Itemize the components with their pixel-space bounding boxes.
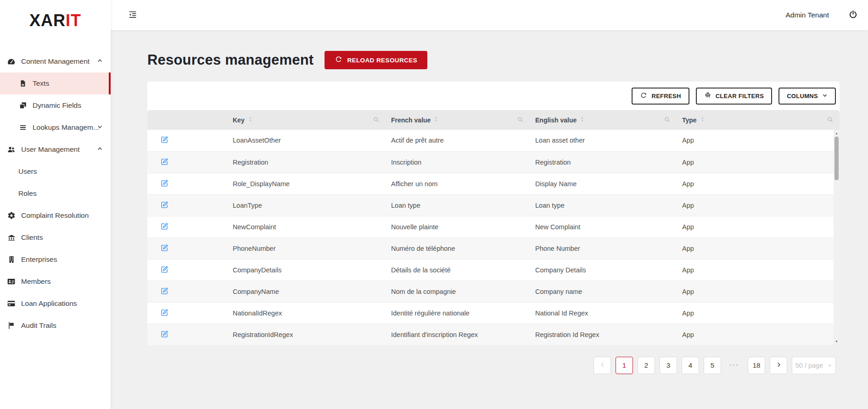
sidebar-item-content-management[interactable]: Content Management (0, 50, 111, 72)
clear-filters-button[interactable]: CLEAR FILTERS (696, 88, 773, 105)
table-row: CompanyName Nom de la compagnie Company … (147, 281, 840, 302)
sidebar-item-label: Lookups Managem... (33, 123, 99, 132)
cell-key: LoanType (227, 194, 386, 216)
edit-row-button[interactable] (153, 157, 169, 166)
cell-type: App (677, 130, 840, 151)
search-filter-icon[interactable] (826, 116, 834, 125)
sidebar-item-label: Complaint Resolution (21, 211, 89, 220)
sidebar-item-members[interactable]: Members (0, 271, 111, 293)
edit-row-button[interactable] (153, 308, 169, 317)
sidebar-item-user-management[interactable]: User Management (0, 138, 111, 160)
sidebar-nav: Content Management w Texts Dynamic Field… (0, 50, 111, 337)
page-button-3[interactable]: 3 (660, 357, 677, 374)
chevron-up-icon (97, 57, 103, 66)
sidebar-item-enterprises[interactable]: Enterprises (0, 249, 111, 271)
columns-button[interactable]: COLUMNS (778, 88, 836, 105)
search-filter-icon[interactable] (663, 116, 671, 125)
cell-french-value: Identité régulière nationale (386, 302, 530, 324)
cell-english-value: New Complaint (530, 216, 677, 238)
file-word-icon: w (18, 79, 27, 88)
page-button-2[interactable]: 2 (638, 357, 655, 374)
table-row: LoanAssetOther Actif de prêt autre Loan … (147, 130, 840, 151)
sidebar-item-lookups-management[interactable]: Lookups Managem... (0, 116, 111, 138)
table-zone: Key French value English value (147, 110, 840, 346)
sidebar-item-texts[interactable]: w Texts (0, 72, 111, 94)
sidebar-item-complaint-resolution[interactable]: Complaint Resolution (0, 204, 111, 227)
page-button-4[interactable]: 4 (682, 357, 699, 374)
cell-type: App (677, 173, 840, 194)
search-filter-icon[interactable] (372, 116, 380, 125)
cell-type: App (677, 259, 840, 281)
edit-row-button[interactable] (153, 330, 169, 338)
resources-card: REFRESH CLEAR FILTERS COLUMNS (147, 82, 840, 346)
edit-row-button[interactable] (153, 265, 169, 274)
column-label: French value (391, 116, 431, 124)
cell-key: CompanyDetails (227, 259, 386, 281)
vertical-scrollbar[interactable]: ▲ ▼ (834, 130, 840, 345)
cell-key: RegistrationIdRegex (227, 324, 386, 345)
edit-row-button[interactable] (153, 287, 169, 295)
edit-row-button[interactable] (153, 135, 169, 144)
dashboard-gauge-icon (7, 57, 16, 66)
cell-type: App (677, 194, 840, 216)
chevron-down-icon (97, 123, 103, 132)
edit-row-button[interactable] (153, 179, 169, 188)
logout-button[interactable] (848, 10, 858, 21)
cell-french-value: Loan type (386, 194, 530, 216)
cell-key: Registration (227, 151, 386, 173)
page-size-label: 50 / page (795, 362, 823, 369)
cell-english-value: National Id Regex (530, 302, 677, 324)
cell-french-value: Afficher un nom (386, 173, 530, 194)
power-icon (848, 10, 858, 21)
chevron-right-icon (776, 361, 782, 369)
column-label: Key (233, 116, 245, 124)
sidebar-item-audit-trails[interactable]: Audit Trails (0, 315, 111, 337)
sidebar-item-users[interactable]: Users (0, 160, 111, 182)
id-card-icon (7, 277, 16, 286)
page-size-select[interactable]: 50 / page (792, 357, 836, 374)
cell-type: App (677, 216, 840, 238)
sidebar-item-clients[interactable]: Clients (0, 227, 111, 249)
table-row: RegistrationIdRegex Identifiant d'inscri… (147, 324, 840, 345)
search-filter-icon[interactable] (516, 116, 524, 125)
table-row: NationalIdRegex Identité régulière natio… (147, 302, 840, 324)
column-header-english-value[interactable]: English value (530, 110, 677, 130)
prev-page-button[interactable] (594, 357, 611, 374)
sidebar-item-roles[interactable]: Roles (0, 182, 111, 204)
column-header-type[interactable]: Type (677, 110, 840, 130)
cell-type: App (677, 324, 840, 345)
cell-english-value: Company name (530, 281, 677, 302)
scroll-up-arrow[interactable]: ▲ (835, 131, 838, 136)
refresh-button[interactable]: REFRESH (632, 88, 689, 105)
cell-french-value: Nom de la compagnie (386, 281, 530, 302)
table-header-row: Key French value English value (147, 110, 840, 130)
reload-resources-button[interactable]: RELOAD RESOURCES (325, 51, 427, 69)
credit-card-icon (7, 299, 16, 308)
sidebar-item-loan-applications[interactable]: Loan Applications (0, 293, 111, 315)
page-button-1[interactable]: 1 (616, 357, 633, 374)
sidebar-collapse-button[interactable] (128, 10, 138, 21)
column-header-key[interactable]: Key (227, 110, 386, 130)
pagination-ellipsis[interactable]: ••• (726, 362, 743, 369)
list-icon (18, 123, 27, 132)
edit-row-button[interactable] (153, 222, 169, 231)
chevron-left-icon (599, 361, 605, 369)
edit-row-button[interactable] (153, 200, 169, 209)
page-button-last[interactable]: 18 (748, 357, 765, 374)
scroll-down-arrow[interactable]: ▼ (835, 339, 838, 344)
column-label: Type (682, 116, 697, 124)
cell-french-value: Inscription (386, 151, 530, 173)
sidebar-item-label: Enterprises (21, 255, 57, 264)
sidebar-item-label: User Management (21, 145, 80, 154)
scrollbar-thumb[interactable] (834, 137, 839, 180)
page-button-5[interactable]: 5 (704, 357, 721, 374)
cell-key: PhoneNumber (227, 238, 386, 259)
sidebar: XARIT Content Management w Texts Dynamic… (0, 0, 111, 409)
sidebar-item-dynamic-fields[interactable]: Dynamic Fields (0, 94, 111, 116)
cell-french-value: Numéro de téléphone (386, 238, 530, 259)
next-page-button[interactable] (770, 357, 787, 374)
sidebar-item-label: Roles (18, 189, 37, 198)
column-header-french-value[interactable]: French value (386, 110, 530, 130)
edit-row-button[interactable] (153, 243, 169, 252)
page-content: Resources management RELOAD RESOURCES RE… (111, 30, 868, 409)
